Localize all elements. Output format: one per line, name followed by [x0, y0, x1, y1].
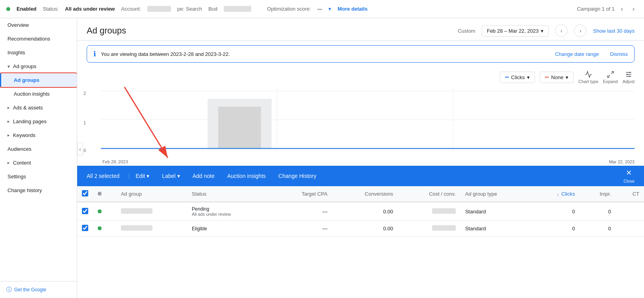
row1-adgroup-cell	[116, 202, 187, 221]
x-label-right: Mar 22, 2023	[609, 159, 635, 164]
select-all-checkbox[interactable]	[82, 190, 88, 196]
row2-impr: 0	[580, 221, 616, 237]
row1-status-dot	[98, 209, 102, 213]
info-icon: ℹ	[93, 50, 96, 58]
sidebar-item-keywords[interactable]: ▸ Keywords	[0, 128, 77, 142]
top-bar: Enabled Status: All ads under review Acc…	[0, 0, 644, 18]
chart-type-button[interactable]: Chart type	[578, 70, 598, 84]
date-range-value: Feb 28 – Mar 22, 2023	[487, 28, 539, 34]
th-ct[interactable]: CT	[616, 186, 644, 202]
auction-insights-button[interactable]: Auction insights	[221, 166, 272, 186]
adjust-button[interactable]: Adjust	[622, 70, 635, 84]
more-details-link[interactable]: More details	[338, 6, 367, 12]
sidebar-item-label: Ads & assets	[13, 105, 43, 111]
account-value	[147, 6, 171, 12]
x-label-left: Feb 28, 2023	[102, 159, 128, 164]
th-clicks[interactable]: ↓ Clicks	[532, 186, 580, 202]
row2-cost-conv-value	[432, 225, 456, 231]
budget-label: Bud	[208, 6, 217, 12]
row2-checkbox-cell	[77, 221, 93, 237]
row2-checkbox[interactable]	[82, 225, 88, 231]
th-target-cpa[interactable]: Target CPA	[271, 186, 332, 202]
row1-checkbox[interactable]	[82, 208, 88, 214]
expand-button[interactable]: Expand	[603, 70, 618, 84]
show-last-30-link[interactable]: Show last 30 days	[593, 28, 635, 34]
campaign-nav-label: Campaign 1 of 1	[577, 6, 614, 12]
sidebar-item-ads-assets[interactable]: ▸ Ads & assets	[0, 101, 77, 115]
campaign-prev-button[interactable]: ‹	[618, 4, 626, 14]
sidebar-item-adgroups[interactable]: Ad groups	[0, 73, 77, 87]
sidebar-item-label: Overview	[7, 22, 29, 28]
table-container: Ad group Status Target CPA Conversions C	[77, 186, 644, 237]
none-metric-button[interactable]: None ▾	[540, 72, 573, 83]
row2-adgroup-name	[121, 225, 152, 231]
th-adgroup[interactable]: Ad group	[116, 186, 187, 202]
row2-status-dot-cell	[93, 221, 116, 237]
row2-adgroup-cell	[116, 221, 187, 237]
enabled-label: Enabled	[17, 6, 37, 12]
sidebar-item-change-history[interactable]: Change history	[0, 183, 77, 197]
th-cost-conv[interactable]: Cost / conv.	[398, 186, 460, 202]
sidebar: Overview Recommendations Insights ▾ Ad g…	[0, 18, 77, 298]
info-text: You are viewing data between 2023-2-28 a…	[101, 51, 550, 57]
row2-cost-conv	[398, 221, 460, 237]
sidebar-footer-label: Get the Google	[14, 287, 46, 292]
row1-cost-conv-value	[432, 208, 456, 214]
svg-point-6	[627, 74, 628, 75]
row2-status-text: Eligible	[192, 226, 266, 231]
edit-button[interactable]: Edit ▾	[129, 166, 156, 186]
date-prev-button[interactable]: ‹	[555, 24, 568, 37]
svg-rect-14	[218, 107, 261, 148]
sidebar-item-recommendations[interactable]: Recommendations	[0, 32, 77, 46]
sidebar-item-landing-pages[interactable]: ▸ Landing pages	[0, 115, 77, 128]
row1-impr: 0	[580, 202, 616, 221]
chevron-down-icon: ▾	[566, 74, 568, 80]
chevron-right-icon: ▸	[7, 105, 10, 110]
th-adgroup-type[interactable]: Ad group type	[460, 186, 532, 202]
sidebar-item-content[interactable]: ▸ Content	[0, 156, 77, 170]
clicks-metric-button[interactable]: Clicks ▾	[500, 72, 535, 83]
svg-point-7	[629, 76, 630, 77]
close-x-icon: ✕	[626, 168, 632, 177]
row2-clicks: 0	[532, 221, 580, 237]
change-history-label: Change History	[278, 173, 317, 179]
edit-label: Edit	[135, 173, 145, 179]
sort-down-icon: ↓	[557, 192, 559, 196]
close-button[interactable]: ✕ Close	[624, 168, 635, 183]
date-next-button[interactable]: ›	[574, 24, 586, 37]
table-row: Eligible — 0.00 Standard 0 0	[77, 221, 644, 237]
th-conversions[interactable]: Conversions	[332, 186, 398, 202]
row1-cost-conv	[398, 202, 460, 221]
row2-status-dot	[98, 226, 102, 230]
status-value: All ads under review	[65, 6, 115, 12]
sidebar-item-settings[interactable]: Settings	[0, 170, 77, 183]
selection-count: All 2 selected	[87, 173, 129, 179]
y-label-1: 1	[84, 120, 86, 125]
clicks-label: Clicks	[511, 74, 525, 80]
row1-ct	[616, 202, 644, 221]
sidebar-item-auction-insights[interactable]: Auction insights	[0, 87, 77, 101]
label-button[interactable]: Label ▾	[156, 166, 186, 186]
sidebar-item-insights[interactable]: Insights	[0, 46, 77, 59]
sidebar-item-audiences[interactable]: Audiences	[0, 142, 77, 156]
change-date-range-link[interactable]: Change date range	[555, 51, 599, 57]
add-note-button[interactable]: Add note	[186, 166, 221, 186]
row2-ct	[616, 221, 644, 237]
campaign-next-button[interactable]: ›	[629, 4, 638, 14]
main-content: Ad groups Custom Feb 28 – Mar 22, 2023 ▾…	[77, 18, 644, 298]
th-impr[interactable]: Impr.	[580, 186, 616, 202]
date-picker[interactable]: Feb 28 – Mar 22, 2023 ▾	[482, 25, 549, 37]
sidebar-item-overview[interactable]: Overview	[0, 18, 77, 32]
close-label: Close	[624, 179, 635, 183]
row1-status-sub: All ads under review	[192, 212, 266, 217]
sidebar-item-label: Recommendations	[7, 36, 50, 42]
sidebar-item-adgroups-header[interactable]: ▾ Ad groups	[0, 59, 77, 73]
chevron-right-icon: ▸	[7, 160, 10, 165]
chart-type-icon	[585, 70, 592, 78]
th-status[interactable]: Status	[187, 186, 271, 202]
dismiss-link[interactable]: Dismiss	[610, 51, 628, 57]
change-history-button[interactable]: Change History	[272, 166, 323, 186]
adjust-label: Adjust	[622, 79, 635, 84]
collapse-sidebar-button[interactable]: ‹	[77, 143, 83, 156]
get-google-link[interactable]: ⓘ Get the Google	[6, 286, 71, 293]
